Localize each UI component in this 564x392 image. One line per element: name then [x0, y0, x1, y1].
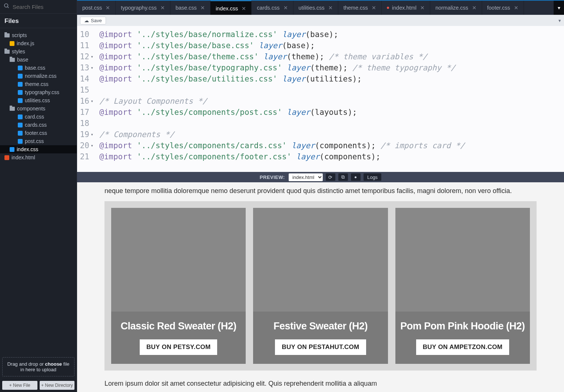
line-gutter: 101112▾13▾141516▾171819▾20▾21 [77, 26, 96, 172]
tab-bar: post.css✕typography.css✕base.css✕index.c… [77, 0, 564, 15]
css-icon [18, 74, 23, 79]
close-icon[interactable]: ✕ [472, 5, 477, 11]
css-icon [10, 147, 14, 152]
tab-footer-css[interactable]: footer.css✕ [482, 1, 524, 15]
close-icon[interactable]: ✕ [106, 5, 110, 11]
tab-cards-css[interactable]: cards.css✕ [252, 1, 293, 15]
card-image [395, 208, 530, 312]
close-icon[interactable]: ✕ [420, 5, 425, 11]
tab-overflow-button[interactable]: ▾ [554, 1, 564, 15]
new-directory-button[interactable]: + New Directory [40, 381, 75, 390]
logs-button[interactable]: Logs [364, 173, 381, 181]
tab-base-css[interactable]: base.css✕ [170, 1, 210, 15]
preview-label: PREVIEW: [260, 175, 285, 180]
live-indicator-button[interactable] [351, 173, 361, 181]
save-bar: ☁ Save ▾ [77, 15, 564, 26]
tab-index-html[interactable]: index.html✕ [382, 1, 430, 15]
buy-button[interactable]: BUY ON PETSY.COM [140, 339, 218, 355]
close-icon[interactable]: ✕ [283, 5, 288, 11]
close-icon[interactable]: ✕ [514, 5, 518, 11]
tree-item-base[interactable]: base [0, 56, 77, 64]
code-body[interactable]: @import '../styles/base/normalize.css' l… [96, 26, 468, 172]
tab-label: cards.css [257, 5, 279, 11]
bottom-buttons: + New File + New Directory [0, 379, 77, 392]
card-image [253, 208, 388, 312]
tree-item-card-css[interactable]: card.css [0, 113, 77, 121]
tree-item-normalize-css[interactable]: normalize.css [0, 72, 77, 80]
close-icon[interactable]: ✕ [160, 5, 165, 11]
tab-index-css[interactable]: index.css✕ [210, 0, 252, 15]
dropzone[interactable]: Drag and drop or choose file in here to … [2, 357, 74, 376]
tree-item-label: base [17, 57, 28, 63]
tree-item-components[interactable]: components [0, 104, 77, 113]
tree-item-utilities-css[interactable]: utilities.css [0, 96, 77, 104]
tree-item-index-js[interactable]: index.js [0, 39, 77, 47]
css-icon [18, 82, 23, 87]
code-editor[interactable]: 101112▾13▾141516▾171819▾20▾21 @import '.… [77, 26, 564, 172]
tree-item-label: styles [12, 49, 25, 54]
cards-wrap: Classic Red Sweater (H2)BUY ON PETSY.COM… [104, 201, 537, 371]
dropzone-choose[interactable]: choose [45, 361, 62, 367]
tree-item-base-css[interactable]: base.css [0, 64, 77, 72]
css-icon [18, 114, 23, 119]
tree-item-label: scripts [12, 32, 27, 38]
tree-item-footer-css[interactable]: footer.css [0, 129, 77, 137]
main-area: post.css✕typography.css✕base.css✕index.c… [77, 0, 564, 392]
tab-theme-css[interactable]: theme.css✕ [338, 1, 382, 15]
tree-item-styles[interactable]: styles [0, 47, 77, 56]
tree-item-label: normalize.css [25, 73, 57, 79]
folder-icon [4, 33, 10, 37]
tree-item-label: base.css [25, 65, 45, 71]
tree-item-label: index.html [11, 155, 35, 160]
tree-item-theme-css[interactable]: theme.css [0, 80, 77, 88]
close-icon[interactable]: ✕ [328, 5, 333, 11]
tree-item-cards-css[interactable]: cards.css [0, 121, 77, 129]
close-icon[interactable]: ✕ [242, 6, 246, 11]
tab-label: index.html [392, 5, 417, 11]
tab-typography-css[interactable]: typography.css✕ [116, 1, 170, 15]
close-icon[interactable]: ✕ [200, 5, 205, 11]
card-image [111, 208, 246, 312]
close-icon[interactable]: ✕ [372, 5, 376, 11]
save-label: Save [91, 18, 102, 23]
tab-label: footer.css [487, 5, 510, 11]
new-file-button[interactable]: + New File [2, 381, 37, 390]
tree-item-typography-css[interactable]: typography.css [0, 88, 77, 96]
search-icon [4, 3, 10, 10]
buy-button[interactable]: BUY ON AMPETZON.COM [416, 339, 509, 355]
tree-item-label: components [17, 106, 45, 112]
card: Pom Pom Pink Hoodie (H2)BUY ON AMPETZON.… [395, 208, 530, 364]
chevron-down-icon: ▾ [558, 5, 560, 11]
tree-item-index-css[interactable]: index.css [0, 145, 77, 153]
buy-button[interactable]: BUY ON PESTAHUT.COM [275, 339, 366, 355]
tree-item-label: theme.css [25, 81, 49, 87]
css-icon [18, 131, 23, 136]
css-icon [18, 98, 23, 103]
tab-label: post.css [82, 5, 102, 11]
css-icon [18, 139, 23, 144]
cloud-icon: ☁ [84, 18, 89, 23]
tree-item-label: card.css [25, 114, 44, 120]
save-button[interactable]: ☁ Save [80, 17, 106, 24]
tree-item-post-css[interactable]: post.css [0, 137, 77, 145]
preview-paragraph: neque tempore mollitia doloremque nemo d… [104, 186, 537, 196]
savebar-menu-icon[interactable]: ▾ [558, 18, 561, 23]
tree-item-label: footer.css [25, 130, 47, 136]
card: Festive Sweater (H2)BUY ON PESTAHUT.COM [253, 208, 388, 364]
tab-normalize-css[interactable]: normalize.css✕ [430, 1, 482, 15]
file-tree: scriptsindex.jsstylesbasebase.cssnormali… [0, 28, 77, 355]
html-icon [4, 155, 9, 160]
search-row [0, 0, 77, 14]
open-external-button[interactable]: ⧉ [338, 173, 348, 181]
preview-file-select[interactable]: index.html [289, 173, 323, 181]
tab-post-css[interactable]: post.css✕ [77, 1, 116, 15]
preview-pane[interactable]: neque tempore mollitia doloremque nemo d… [77, 182, 564, 392]
card-title: Classic Red Sweater (H2) [121, 320, 236, 332]
tree-item-index-html[interactable]: index.html [0, 153, 77, 162]
tab-utilities-css[interactable]: utilities.css✕ [293, 1, 338, 15]
tree-item-scripts[interactable]: scripts [0, 31, 77, 39]
css-icon [18, 90, 23, 95]
svg-point-0 [4, 4, 8, 7]
search-input[interactable] [13, 4, 83, 10]
refresh-button[interactable]: ⟳ [326, 173, 335, 181]
